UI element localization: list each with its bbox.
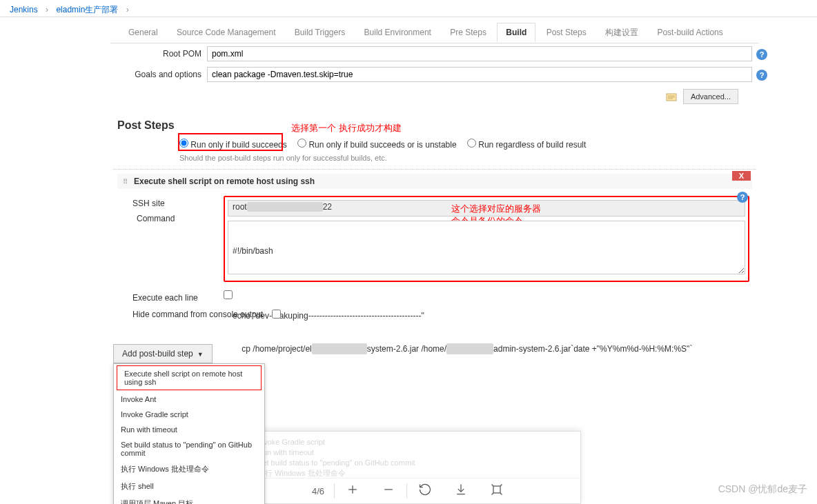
command-textarea[interactable] bbox=[228, 221, 745, 274]
menu-item-invoke-ant[interactable]: Invoke Ant bbox=[114, 392, 264, 407]
svg-line-9 bbox=[500, 485, 502, 487]
tab-triggers[interactable]: Build Triggers bbox=[286, 23, 353, 41]
root-pom-input[interactable] bbox=[207, 46, 752, 61]
svg-rect-7 bbox=[493, 486, 500, 493]
ssh-site-label: SSH site bbox=[120, 196, 224, 211]
tab-pre[interactable]: Pre Steps bbox=[442, 23, 495, 41]
rotate-icon[interactable] bbox=[418, 483, 432, 499]
execute-each-label: Execute each line bbox=[120, 290, 224, 305]
config-tabs: General Source Code Management Build Tri… bbox=[110, 17, 759, 43]
tab-scm[interactable]: Source Code Management bbox=[168, 23, 284, 41]
svg-line-10 bbox=[492, 493, 494, 495]
post-steps-title: Post Steps bbox=[110, 108, 759, 136]
tab-post[interactable]: Post Steps bbox=[538, 23, 595, 41]
radio-unstable[interactable]: Run only if build succeeds or is unstabl… bbox=[297, 140, 456, 150]
add-step-menu: Execute shell script on remote host usin… bbox=[113, 363, 265, 504]
breadcrumb-root[interactable]: Jenkins bbox=[10, 5, 38, 14]
breadcrumb-job[interactable]: eladmin生产部署 bbox=[56, 5, 118, 14]
menu-item-run-timeout[interactable]: Run with timeout bbox=[114, 422, 264, 437]
chevron-right-icon: › bbox=[46, 5, 48, 14]
menu-item-invoke-gradle[interactable]: Invoke Gradle script bbox=[114, 407, 264, 422]
goals-input[interactable] bbox=[207, 67, 752, 82]
hide-output-label: Hide command from console output bbox=[120, 310, 272, 319]
menu-item-github-pending[interactable]: Set build status to "pending" on GitHub … bbox=[114, 437, 264, 461]
radio-hint: Should the post-build steps run only for… bbox=[110, 154, 759, 162]
tab-env[interactable]: Build Environment bbox=[356, 23, 440, 41]
zoom-in-icon[interactable] bbox=[346, 483, 360, 499]
hide-output-checkbox[interactable] bbox=[272, 310, 281, 319]
root-pom-label: Root POM bbox=[117, 46, 207, 61]
zoom-out-icon[interactable] bbox=[382, 483, 395, 499]
goals-label: Goals and options bbox=[117, 67, 207, 82]
ghost-preview: Invoke Gradle script Run with timeout Se… bbox=[237, 432, 580, 478]
caret-down-icon: ▼ bbox=[197, 351, 204, 358]
breadcrumb: Jenkins › eladmin生产部署 › bbox=[0, 0, 817, 17]
menu-item-exec-ssh[interactable]: Execute shell script on remote host usin… bbox=[117, 365, 262, 390]
help-icon[interactable]: ? bbox=[756, 70, 767, 81]
menu-item-maven-top[interactable]: 调用顶层 Maven 目标 bbox=[114, 495, 264, 504]
watermark: CSDN @忧郁de麦子 bbox=[718, 483, 807, 496]
ssh-step-header: ⠿ Execute shell script on remote host us… bbox=[117, 174, 752, 189]
drag-handle-icon[interactable]: ⠿ bbox=[123, 178, 130, 185]
delete-step-button[interactable]: X bbox=[732, 171, 751, 181]
document-icon bbox=[666, 93, 677, 101]
tab-build[interactable]: Build bbox=[497, 23, 535, 42]
add-post-build-step-button[interactable]: Add post-build step▼ bbox=[113, 344, 213, 363]
help-icon[interactable]: ? bbox=[737, 192, 748, 203]
tab-postbuild[interactable]: Post-build Actions bbox=[649, 23, 731, 41]
svg-line-11 bbox=[500, 493, 502, 495]
pdf-viewer-toolbar: Invoke Gradle script Run with timeout Se… bbox=[236, 431, 581, 504]
radio-succeed[interactable]: Run only if build succeeds bbox=[179, 140, 287, 150]
menu-item-exec-shell[interactable]: 执行 shell bbox=[114, 478, 264, 495]
advanced-button[interactable]: Advanced... bbox=[683, 89, 738, 104]
chevron-right-icon: › bbox=[126, 5, 129, 14]
page-indicator: 4/6 bbox=[312, 486, 324, 496]
tab-general[interactable]: General bbox=[120, 23, 166, 41]
download-icon[interactable] bbox=[454, 483, 468, 499]
svg-line-8 bbox=[492, 485, 494, 487]
command-label: Command bbox=[137, 214, 175, 223]
radio-always[interactable]: Run regardless of build result bbox=[467, 140, 586, 150]
fit-page-icon[interactable] bbox=[490, 483, 504, 499]
help-icon[interactable]: ? bbox=[756, 49, 767, 60]
tab-build-settings[interactable]: 构建设置 bbox=[597, 23, 647, 43]
execute-each-checkbox[interactable] bbox=[224, 290, 233, 299]
menu-item-windows-batch[interactable]: 执行 Windows 批处理命令 bbox=[114, 461, 264, 478]
